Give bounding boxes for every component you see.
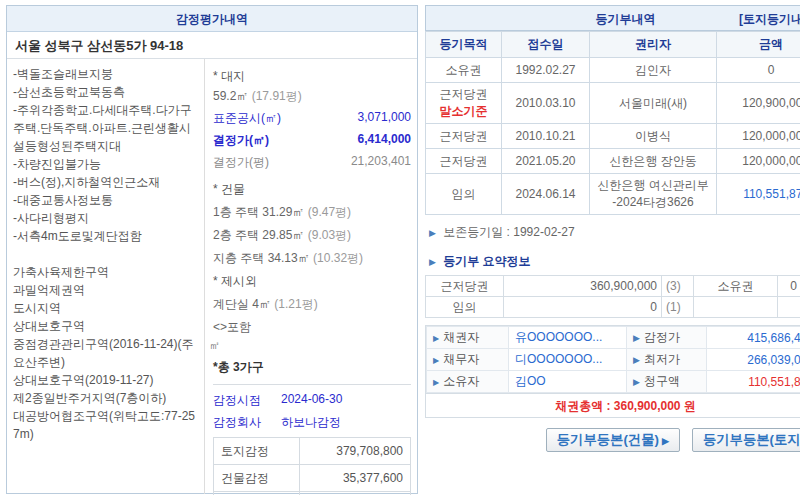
table-row: 건물감정 35,377,600 — [214, 465, 411, 492]
debtor-name: 디OOOOOOO... — [509, 349, 627, 371]
land-area-pyeong: (17.91평) — [252, 89, 302, 103]
extra-row: 계단실 4㎡ (1.21평) — [213, 296, 411, 313]
land-section-title: * 대지 — [213, 68, 411, 85]
decided-price-sqm-value: 6,414,000 — [358, 132, 411, 149]
bullet-arrow-icon: ▶ — [662, 436, 669, 446]
bullet-arrow-icon: ▶ — [429, 228, 436, 238]
appraisal-totals-table: 토지감정 379,708,800 건물감정 35,377,600 제시외 600… — [213, 437, 411, 495]
building-floor-row: 지층 주택 34.13㎡ (10.32평) — [213, 250, 411, 267]
feature-item: -서측4m도로및계단접함 — [13, 227, 200, 245]
cancellation-base-badge: 말소기준 — [428, 103, 499, 120]
table-row: 임의 0 (1) — [426, 297, 800, 318]
divider — [213, 384, 411, 385]
appraisal-detail-column: * 대지 59.2㎡ (17.91평) 표준공시(㎡) 3,071,000 결정… — [205, 59, 417, 494]
building-floor-row: 1층 주택 31.29㎡ (9.47평) — [213, 204, 411, 221]
feature-item: -버스(정),지하철역인근소재 — [13, 173, 200, 191]
zone-item: 도시지역 — [13, 299, 200, 317]
bullet-arrow-icon: ▶ — [633, 377, 640, 387]
appraisal-company-row: 감정회사 하보나감정 — [213, 414, 411, 431]
total-claim-amount: 채권총액 : 360,900,000 원 — [426, 393, 800, 417]
property-features-list: -벽돌조슬래브지붕 -삼선초등학교북동측 -주위각종학교.다세대주택.다가구주택… — [7, 59, 205, 494]
bullet-arrow-icon: ▶ — [429, 257, 436, 267]
table-row: 토지감정 379,708,800 — [214, 438, 411, 465]
parties-summary-box: ▶채권자 유OOOOOOO... ▶감정가 415,686,400 ▶채무자 디… — [425, 325, 800, 418]
registry-buttons: 등기부등본(건물)▶ 등기부등본(토지)▶ — [425, 428, 800, 452]
zone-item: 상대보호구역 — [13, 317, 200, 335]
zone-item: 제2종일반주거지역(7층이하) — [13, 389, 200, 407]
building-registry-copy-button[interactable]: 등기부등본(건물)▶ — [546, 428, 680, 452]
registry-panel-header: 등기부내역 [토지등기내역] — [425, 5, 800, 31]
creditor-name: 유OOOOOOO... — [509, 327, 627, 349]
table-row: 소유권 1992.02.27 김인자 0 — [426, 58, 800, 83]
building-section-title: * 건물 — [213, 181, 411, 198]
registry-summary-title: ▶ 등기부 요약정보 — [429, 253, 800, 270]
table-row: ▶채무자 디OOOOOOO... ▶최저가 266,039,000 — [427, 349, 800, 371]
bullet-arrow-icon: ▶ — [433, 378, 439, 387]
decided-price-py-row: 결정가(평) 21,203,401 — [213, 154, 411, 171]
unit-note: ㎡ — [209, 338, 411, 353]
feature-item: -사다리형평지 — [13, 209, 200, 227]
table-row: 근저당권 2010.10.21 이병식 120,000,000 — [426, 124, 800, 149]
table-row: 근저당권 360,900,000 (3) 소유권 0 — [426, 276, 800, 297]
feature-item: -차량진입불가능 — [13, 155, 200, 173]
appraisal-panel-title: 감정평가내역 — [7, 6, 417, 32]
feature-item: -대중교통사정보통 — [13, 191, 200, 209]
table-row: 근저당권 말소기준 2010.03.10 서울미래(새) 120,900,000 — [426, 83, 800, 124]
zone-item: 과밀억제권역 — [13, 281, 200, 299]
zone-item: 상대보호구역(2019-11-27) — [13, 371, 200, 389]
bullet-arrow-icon: ▶ — [633, 355, 640, 365]
appraisal-panel: 감정평가내역 서울 성북구 삼선동5가 94-18 -벽돌조슬래브지붕 -삼선초… — [6, 5, 418, 494]
registry-summary-table: 근저당권 360,900,000 (3) 소유권 0 임의 0 (1) — [425, 275, 800, 318]
owner-name: 김OO — [509, 371, 627, 393]
claim-amount: 110,551,876 — [707, 371, 800, 393]
include-note: <>포함 — [213, 319, 411, 336]
table-row: 근저당권 2021.05.20 신한은행 장안동 120,000,000 — [426, 149, 800, 174]
zone-item: 대공방어협조구역(위탁고도:77-257m) — [13, 407, 200, 443]
extra-section-title: * 제시외 — [213, 273, 411, 290]
decided-price-sqm-row: 결정가(㎡) 6,414,000 — [213, 132, 411, 149]
appraisal-amount: 415,686,400 — [707, 327, 800, 349]
feature-item: -삼선초등학교북동측 — [13, 83, 200, 101]
appraisal-date: 2024-06-30 — [281, 392, 342, 409]
table-header-row: 등기목적 접수일 권리자 금액 — [426, 32, 800, 58]
zone-item: 가축사육제한구역 — [13, 263, 200, 281]
bullet-arrow-icon: ▶ — [633, 333, 640, 343]
zoning-list: 가축사육제한구역 과밀억제권역 도시지역 상대보호구역 중점경관관리구역(201… — [13, 263, 200, 443]
preservation-date-note: ▶ 보존등기일 : 1992-02-27 — [429, 224, 800, 241]
feature-item: -주위각종학교.다세대주택.다가구주택.단독주택.아파트.근린생활시설등형성된주… — [13, 101, 200, 155]
registry-panel: 등기부내역 [토지등기내역] 등기목적 접수일 권리자 금액 소유권 1992.… — [425, 5, 800, 452]
building-floor-row: 2층 주택 29.85㎡ (9.03평) — [213, 227, 411, 244]
standard-price-row: 표준공시(㎡) 3,071,000 — [213, 110, 411, 127]
table-row: 임의 2024.06.14 신한은행 여신관리부 -2024타경3626 110… — [426, 174, 800, 215]
bullet-arrow-icon: ▶ — [433, 334, 439, 343]
land-registry-link[interactable]: [토지등기내역] — [739, 6, 800, 32]
minimum-price: 266,039,000 — [707, 349, 800, 371]
parties-summary-table: ▶채권자 유OOOOOOO... ▶감정가 415,686,400 ▶채무자 디… — [426, 326, 800, 393]
bullet-arrow-icon: ▶ — [433, 356, 439, 365]
land-area: 59.2㎡ (17.91평) — [213, 88, 411, 105]
table-row: ▶채권자 유OOOOOOO... ▶감정가 415,686,400 — [427, 327, 800, 349]
total-households: *총 3가구 — [213, 359, 411, 376]
zone-item: 중점경관관리구역(2016-11-24)(주요산주변) — [13, 335, 200, 371]
registry-table: 등기목적 접수일 권리자 금액 소유권 1992.02.27 김인자 0 근저당… — [425, 31, 800, 215]
appraisal-date-row: 감정시점 2024-06-30 — [213, 392, 411, 409]
standard-price-value: 3,071,000 — [358, 110, 411, 127]
table-row: 제시외 600,000 — [214, 492, 411, 495]
registry-panel-title: 등기부내역 — [596, 12, 656, 26]
decided-price-py-value: 21,203,401 — [351, 154, 411, 171]
appraisal-company: 하보나감정 — [281, 414, 341, 431]
property-address: 서울 성북구 삼선동5가 94-18 — [7, 32, 417, 59]
land-registry-copy-button[interactable]: 등기부등본(토지)▶ — [692, 428, 800, 452]
case-number: -2024타경3626 — [592, 194, 714, 211]
table-row: ▶소유자 김OO ▶청구액 110,551,876 — [427, 371, 800, 393]
feature-item: -벽돌조슬래브지붕 — [13, 65, 200, 83]
